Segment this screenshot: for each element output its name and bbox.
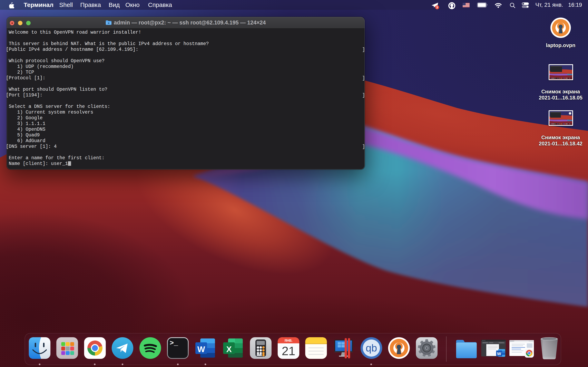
svg-text:ЯНВ.: ЯНВ. (285, 339, 292, 342)
svg-text:3: 3 (436, 6, 438, 9)
svg-text:W: W (198, 345, 205, 354)
svg-text:21: 21 (282, 344, 295, 358)
svg-text:X: X (226, 345, 232, 354)
svg-text:W: W (497, 351, 501, 356)
svg-text:qb: qb (366, 342, 377, 354)
svg-text:>_: >_ (170, 339, 178, 347)
